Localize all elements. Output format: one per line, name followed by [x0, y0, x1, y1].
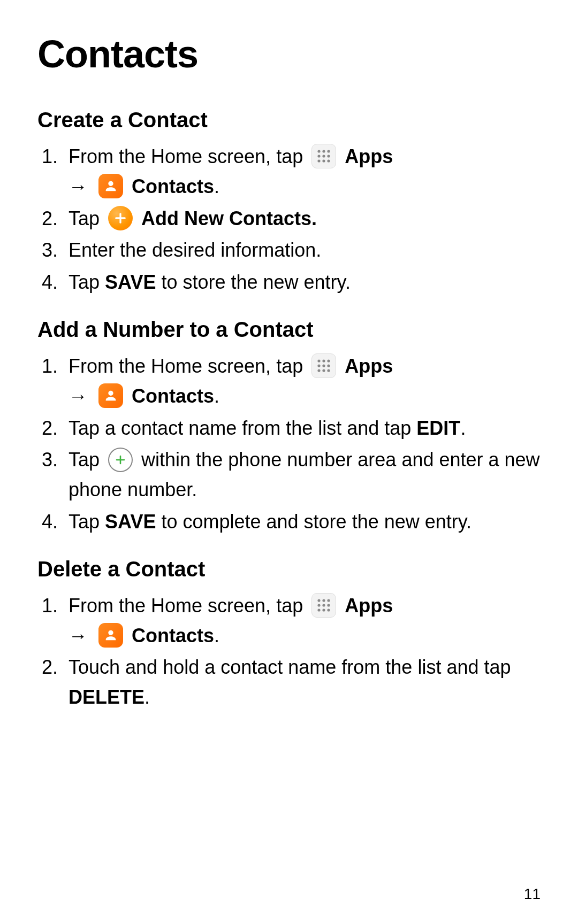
contacts-label: Contacts [132, 625, 214, 646]
contacts-label: Contacts [132, 385, 214, 407]
svg-point-25 [318, 604, 321, 607]
create-steps: From the Home screen, tap Apps → Contact… [37, 142, 541, 297]
delete-steps: From the Home screen, tap Apps → Contact… [37, 591, 541, 712]
plus-outline-icon [108, 448, 133, 472]
step-text: Tap [69, 449, 105, 471]
period: . [214, 625, 219, 646]
step-text: to store the new entry. [156, 271, 351, 293]
list-item: From the Home screen, tap Apps → Contact… [37, 142, 541, 202]
apps-icon [311, 353, 336, 378]
period: . [214, 175, 219, 197]
list-item: Tap Add New Contacts. [37, 204, 541, 234]
svg-point-11 [318, 360, 321, 363]
section-heading-add-number: Add a Number to a Contact [37, 318, 541, 342]
step-text: . [144, 686, 150, 708]
apps-icon [311, 144, 336, 168]
svg-point-15 [323, 365, 325, 367]
svg-point-6 [318, 160, 321, 163]
list-item: Touch and hold a contact name from the l… [37, 652, 541, 712]
svg-point-26 [323, 604, 325, 607]
list-item: Enter the desired information. [37, 235, 541, 265]
svg-point-17 [318, 369, 321, 372]
svg-point-28 [318, 609, 321, 612]
svg-point-3 [318, 155, 321, 158]
step-text: Enter the desired information. [69, 239, 321, 261]
svg-point-8 [328, 160, 330, 163]
page-title: Contacts [37, 32, 541, 76]
svg-point-2 [328, 150, 330, 153]
svg-point-5 [328, 155, 330, 158]
step-text: to complete and store the new entry. [156, 511, 471, 533]
step-text: Tap [69, 207, 105, 229]
save-label: SAVE [105, 511, 156, 533]
delete-label: DELETE [69, 686, 144, 708]
svg-point-16 [328, 365, 330, 367]
svg-point-13 [328, 360, 330, 363]
step-text: within the phone number area and enter a… [69, 449, 540, 500]
plus-icon [108, 206, 133, 230]
svg-point-0 [318, 150, 321, 153]
arrow-icon: → [69, 175, 88, 197]
step-text: Tap [69, 511, 105, 533]
svg-point-4 [323, 155, 325, 158]
add-number-steps: From the Home screen, tap Apps → Contact… [37, 351, 541, 537]
contacts-icon [98, 174, 123, 198]
svg-point-14 [318, 365, 321, 367]
apps-label: Apps [345, 145, 393, 167]
page-number: 11 [524, 886, 541, 903]
list-item: Tap SAVE to complete and store the new e… [37, 507, 541, 537]
apps-label: Apps [345, 355, 393, 377]
list-item: Tap a contact name from the list and tap… [37, 413, 541, 443]
step-text: From the Home screen, tap [69, 145, 308, 167]
list-item: Tap within the phone number area and ent… [37, 445, 541, 505]
step-text: From the Home screen, tap [69, 595, 308, 617]
svg-point-1 [323, 150, 325, 153]
svg-point-12 [323, 360, 325, 363]
svg-point-23 [323, 599, 325, 602]
step-text: Touch and hold a contact name from the l… [69, 656, 511, 678]
contacts-icon [98, 623, 123, 648]
svg-point-7 [323, 160, 325, 163]
step-text: . [460, 417, 466, 439]
section-heading-delete: Delete a Contact [37, 557, 541, 581]
svg-point-18 [323, 369, 325, 372]
step-text: Tap a contact name from the list and tap [69, 417, 416, 439]
contacts-label: Contacts [132, 175, 214, 197]
add-new-label: Add New Contacts. [141, 207, 317, 229]
arrow-icon: → [69, 625, 88, 646]
svg-point-24 [328, 599, 330, 602]
apps-label: Apps [345, 595, 393, 617]
step-text: Tap [69, 271, 105, 293]
contacts-icon [98, 383, 123, 408]
list-item: From the Home screen, tap Apps → Contact… [37, 591, 541, 651]
step-text: From the Home screen, tap [69, 355, 308, 377]
list-item: Tap SAVE to store the new entry. [37, 267, 541, 297]
apps-icon [311, 593, 336, 618]
edit-label: EDIT [416, 417, 460, 439]
svg-point-19 [328, 369, 330, 372]
period: . [214, 385, 219, 407]
svg-point-30 [328, 609, 330, 612]
list-item: From the Home screen, tap Apps → Contact… [37, 351, 541, 411]
save-label: SAVE [105, 271, 156, 293]
svg-point-22 [318, 599, 321, 602]
arrow-icon: → [69, 385, 88, 407]
svg-point-29 [323, 609, 325, 612]
svg-point-27 [328, 604, 330, 607]
section-heading-create: Create a Contact [37, 108, 541, 132]
